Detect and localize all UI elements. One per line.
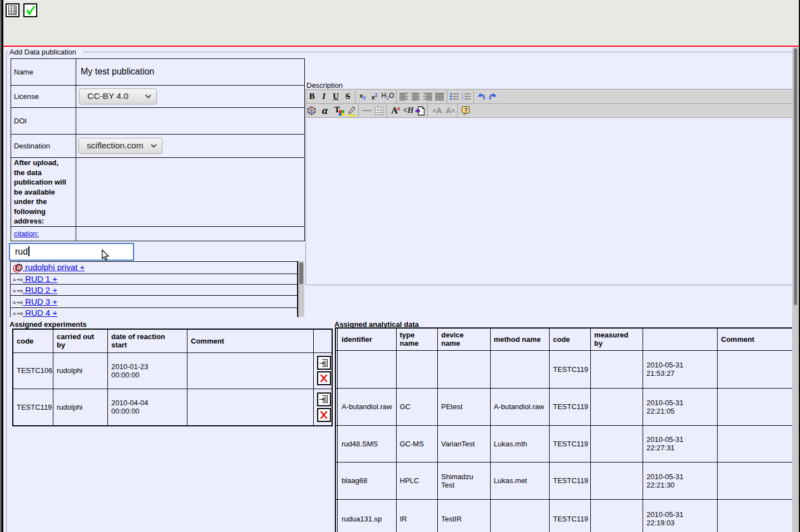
svg-text:A: A [13, 278, 16, 283]
svg-text:A: A [13, 311, 16, 316]
svg-text:A: A [13, 300, 16, 305]
svg-text:?: ? [464, 107, 468, 113]
svg-text:3: 3 [462, 98, 463, 100]
svg-text:A: A [13, 289, 16, 294]
